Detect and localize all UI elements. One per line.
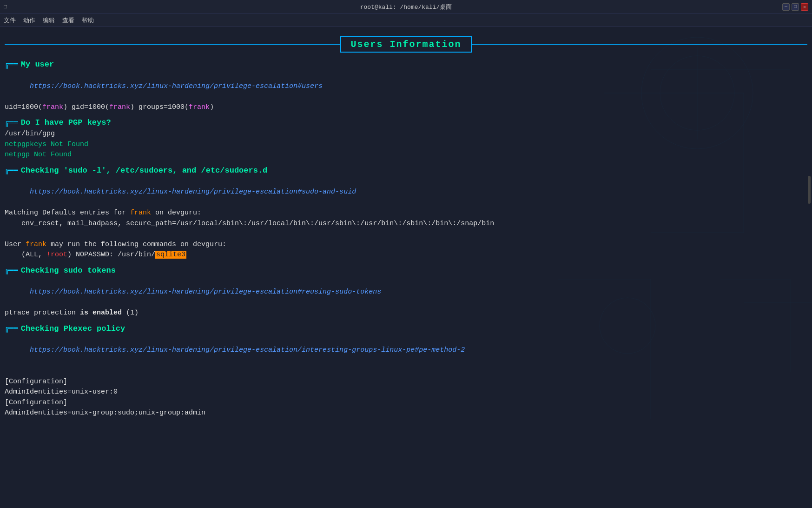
block-label-row: ╔══ My user [5, 60, 807, 69]
env-reset-line: env_reset, mail_badpass, secure_path=/us… [5, 219, 807, 229]
section-title: Users Information [340, 36, 471, 53]
admin-id1-line: AdminIdentities=unix-user:0 [5, 387, 807, 398]
menu-view[interactable]: 查看 [62, 16, 74, 25]
blank-line1 [5, 229, 807, 240]
maximize-button[interactable]: □ [792, 3, 799, 11]
window-title: root@kali: /home/kali/桌面 [360, 3, 452, 11]
block-sudo-label: Checking 'sudo -l', /etc/sudoers, and /e… [21, 166, 268, 175]
sudo-cmd-line: (ALL, !root) NOPASSWD: /usr/bin/sqlite3 [5, 250, 807, 261]
sudo-link-line[interactable]: https://book.hacktricks.xyz/linux-harden… [5, 177, 807, 208]
sqlite3-highlight: sqlite3 [155, 251, 186, 259]
bracket-sudo-icon: ╔══ [5, 166, 18, 174]
menu-file[interactable]: 文件 [4, 16, 16, 25]
block-sudo-tokens-label-row: ╔══ Checking sudo tokens [5, 266, 807, 275]
block-sudo-label-row: ╔══ Checking 'sudo -l', /etc/sudoers, an… [5, 166, 807, 175]
bracket-icon: ╔══ [5, 60, 18, 69]
ptrace-line: ptrace protection is enabled (1) [5, 308, 807, 319]
block-my-user: ╔══ My user https://book.hacktricks.xyz/… [5, 60, 807, 113]
terminal-body: Users Information ╔══ My user https://bo… [0, 27, 812, 508]
users-info-header: Users Information [5, 36, 807, 53]
window-icon: □ [4, 4, 7, 10]
block-pgp-label-row: ╔══ Do I have PGP keys? [5, 118, 807, 127]
menu-action[interactable]: 动作 [23, 16, 35, 25]
bracket-pgp-icon: ╔══ [5, 119, 18, 127]
netpgpkeys-line: netpgpkeys Not Found [5, 140, 807, 150]
header-line-right [472, 44, 807, 45]
block-sudo-tokens: ╔══ Checking sudo tokens https://book.ha… [5, 266, 807, 319]
header-line-left [5, 44, 340, 45]
bracket-pkexec-icon: ╔══ [5, 324, 18, 333]
block-pgp-label: Do I have PGP keys? [21, 118, 111, 127]
frank2: frank [109, 103, 130, 111]
gpg-line: /usr/bin/gpg [5, 129, 807, 140]
block-pkexec-label: Checking Pkexec policy [21, 324, 125, 333]
block-pgp: ╔══ Do I have PGP keys? /usr/bin/gpg net… [5, 118, 807, 160]
sudo-tokens-link-line[interactable]: https://book.hacktricks.xyz/linux-harden… [5, 277, 807, 308]
block-label: My user [21, 60, 54, 69]
close-button[interactable]: ✕ [801, 3, 808, 11]
pkexec-link[interactable]: https://book.hacktricks.xyz/linux-harden… [30, 346, 465, 354]
pkexec-link-line[interactable]: https://book.hacktricks.xyz/linux-harden… [5, 335, 807, 367]
block-pkexec-label-row: ╔══ Checking Pkexec policy [5, 324, 807, 333]
uid-line: uid=1000(frank) gid=1000(frank) groups=1… [5, 102, 807, 113]
my-user-link[interactable]: https://book.hacktricks.xyz/linux-harden… [30, 82, 323, 90]
menubar: 文件 动作 编辑 查看 帮助 [0, 14, 812, 27]
frank-orange2: frank [26, 241, 46, 248]
frank1: frank [42, 103, 63, 111]
window-controls: ─ □ ✕ [782, 3, 808, 11]
frank-orange1: frank [130, 209, 151, 217]
admin-id2-line: AdminIdentities=unix-group:sudo;unix-gro… [5, 408, 807, 419]
netpgp-line: netpgp Not Found [5, 150, 807, 160]
sudo-link[interactable]: https://book.hacktricks.xyz/linux-harden… [30, 188, 356, 196]
user-frank-line: User frank may run the following command… [5, 240, 807, 250]
block-sudo-tokens-label: Checking sudo tokens [21, 266, 116, 275]
block-pkexec: ╔══ Checking Pkexec policy https://book.… [5, 324, 807, 419]
minimize-button[interactable]: ─ [782, 3, 790, 11]
matching-defaults-line: Matching Defaults entries for frank on d… [5, 208, 807, 219]
titlebar: □ root@kali: /home/kali/桌面 ─ □ ✕ [0, 0, 812, 14]
frank3: frank [189, 103, 210, 111]
is-enabled: is enabled [80, 309, 122, 317]
not-root: !root [46, 251, 67, 259]
sudo-tokens-link[interactable]: https://book.hacktricks.xyz/linux-harden… [30, 288, 381, 296]
config1-line: [Configuration] [5, 377, 807, 388]
link-line[interactable]: https://book.hacktricks.xyz/linux-harden… [5, 71, 807, 102]
bracket-tokens-icon: ╔══ [5, 266, 18, 274]
blank-line2 [5, 366, 807, 377]
menu-help[interactable]: 帮助 [82, 16, 94, 25]
config2-line: [Configuration] [5, 398, 807, 408]
block-sudo: ╔══ Checking 'sudo -l', /etc/sudoers, an… [5, 166, 807, 261]
menu-edit[interactable]: 编辑 [43, 16, 55, 25]
